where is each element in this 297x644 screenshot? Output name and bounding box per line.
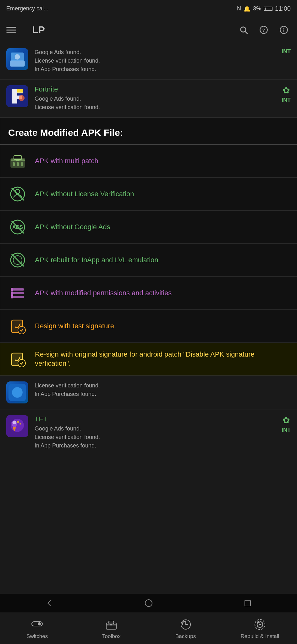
detail-3: In App Purchases found.	[35, 65, 291, 74]
detail-1: Google Ads found.	[35, 48, 291, 57]
app-icon-after	[6, 381, 28, 403]
app-item-fortnite[interactable]: Fortnite Google Ads found. License verif…	[0, 80, 297, 118]
switches-icon	[30, 618, 44, 631]
svg-line-22	[12, 188, 24, 200]
fortnite-detail-2: License verification found.	[35, 103, 291, 112]
app-item-tft[interactable]: TFT Google Ads found. License verificati…	[0, 409, 297, 456]
no-license-icon	[8, 185, 27, 203]
nav-label-toolbox: Toolbox	[102, 633, 121, 640]
svg-point-48	[19, 423, 21, 425]
nfc-icon: N	[237, 5, 241, 12]
svg-rect-11	[17, 89, 23, 93]
app-name-tft: TFT	[35, 415, 291, 423]
int-badge-top: INT	[282, 48, 291, 55]
modal-text-permissions: APK with modified permissions and activi…	[35, 289, 172, 298]
modal-item-multi-patch[interactable]: APK with multi patch	[0, 145, 297, 178]
battery-icon	[264, 7, 272, 11]
status-bar: Emergency cal... N 🔔 3% 11:00	[0, 0, 297, 17]
svg-rect-29	[12, 288, 24, 291]
svg-rect-34	[11, 295, 13, 298]
inapp-lvl-icon	[8, 251, 27, 269]
time-text: 11:00	[275, 5, 291, 12]
app-name-fortnite: Fortnite	[35, 85, 291, 93]
svg-rect-54	[110, 624, 112, 625]
int-badge-fortnite: INT	[282, 97, 291, 103]
help-button[interactable]: ?	[257, 23, 271, 37]
home-button[interactable]	[142, 597, 155, 609]
app-info-fortnite: Fortnite Google Ads found. License verif…	[35, 85, 291, 112]
svg-rect-30	[12, 292, 24, 294]
nav-label-backups: Backups	[175, 633, 196, 640]
app-logo: LP	[32, 24, 45, 36]
tft-detail-1: Google Ads found.	[35, 425, 291, 433]
modal-text-resign-original: Re-sign with original signature for andr…	[35, 350, 289, 368]
app-detail-tft: Google Ads found. License verification f…	[35, 425, 291, 450]
after-detail-1: License verification found.	[35, 381, 291, 390]
svg-point-42	[12, 387, 23, 398]
toolbox-nav-icon	[104, 618, 118, 631]
status-icons: N 🔔 3% 11:00	[237, 5, 291, 12]
resign-test-icon	[8, 317, 27, 336]
tft-detail-3: In App Purchases found.	[35, 441, 291, 450]
resign-original-icon	[8, 350, 27, 369]
app-item-top[interactable]: Google Ads found. License verification f…	[0, 42, 297, 80]
app-detail-fortnite: Google Ads found. License verification f…	[35, 95, 291, 112]
nav-item-rebuild[interactable]: Rebuild & Install	[223, 613, 297, 644]
badge-tft: ✿ INT	[282, 415, 291, 433]
modal-text-multi-patch: APK with multi patch	[35, 157, 98, 166]
no-ads-icon: ADS	[8, 218, 27, 236]
app-icon-top	[6, 48, 28, 70]
svg-point-12	[19, 95, 25, 101]
modal-text-no-ads: APK without Google Ads	[35, 223, 110, 232]
modal-text-resign-test: Resign with test signature.	[35, 322, 116, 331]
app-info-tft: TFT Google Ads found. License verificati…	[35, 415, 291, 450]
svg-line-1	[245, 31, 247, 33]
app-detail-after: License verification found. In App Purch…	[35, 381, 291, 398]
svg-rect-17	[13, 162, 15, 166]
svg-rect-33	[11, 291, 13, 295]
modal-text-inapp-lvl: APK rebuilt for InApp and LVL emulation	[35, 256, 158, 265]
after-detail-2: In App Purchases found.	[35, 390, 291, 398]
modal-text-no-license: APK without License Verification	[35, 190, 134, 199]
search-button[interactable]	[237, 23, 250, 37]
svg-point-59	[145, 600, 152, 607]
badge-fortnite: ✿ INT	[282, 85, 291, 103]
page: Emergency cal... N 🔔 3% 11:00 LP ?	[0, 0, 297, 557]
modal-item-resign-original[interactable]: Re-sign with original signature for andr…	[0, 343, 297, 375]
system-nav	[0, 594, 297, 613]
fortnite-detail-1: Google Ads found.	[35, 95, 291, 103]
nav-item-toolbox[interactable]: Toolbox	[74, 613, 148, 644]
svg-point-47	[17, 421, 19, 423]
svg-rect-7	[10, 60, 25, 67]
permissions-icon	[8, 284, 27, 303]
nav-item-switches[interactable]: Switches	[0, 613, 74, 644]
rebuild-icon	[253, 618, 267, 631]
toolbox-icon	[8, 152, 27, 170]
modal-item-no-ads[interactable]: ADS APK without Google Ads	[0, 211, 297, 244]
svg-rect-60	[245, 600, 250, 606]
flower-badge-tft: ✿	[283, 415, 290, 425]
battery-text: 3%	[253, 5, 261, 12]
modal-item-no-license[interactable]: APK without License Verification	[0, 178, 297, 211]
svg-point-9	[15, 54, 20, 60]
svg-rect-52	[109, 621, 114, 624]
nav-label-rebuild: Rebuild & Install	[240, 633, 279, 640]
modal-item-permissions[interactable]: APK with modified permissions and activi…	[0, 277, 297, 310]
carrier-text: Emergency cal...	[6, 5, 48, 12]
back-button[interactable]	[43, 597, 56, 609]
recent-button[interactable]	[241, 597, 254, 609]
modal-item-resign-test[interactable]: Resign with test signature.	[0, 310, 297, 343]
modal-item-inapp-lvl[interactable]: APK rebuilt for InApp and LVL emulation	[0, 244, 297, 277]
menu-button[interactable]	[6, 27, 16, 33]
backups-icon	[179, 618, 193, 631]
app-item-after-modal[interactable]: License verification found. In App Purch…	[0, 376, 297, 409]
alarm-icon: 🔔	[244, 5, 250, 12]
svg-rect-19	[21, 162, 23, 166]
svg-point-50	[38, 622, 41, 625]
info-button[interactable]	[277, 23, 291, 37]
flower-badge-fortnite: ✿	[283, 85, 290, 96]
svg-rect-18	[17, 162, 19, 166]
app-info-after: License verification found. In App Purch…	[35, 381, 291, 398]
detail-2: License verification found.	[35, 57, 291, 65]
nav-item-backups[interactable]: Backups	[149, 613, 223, 644]
